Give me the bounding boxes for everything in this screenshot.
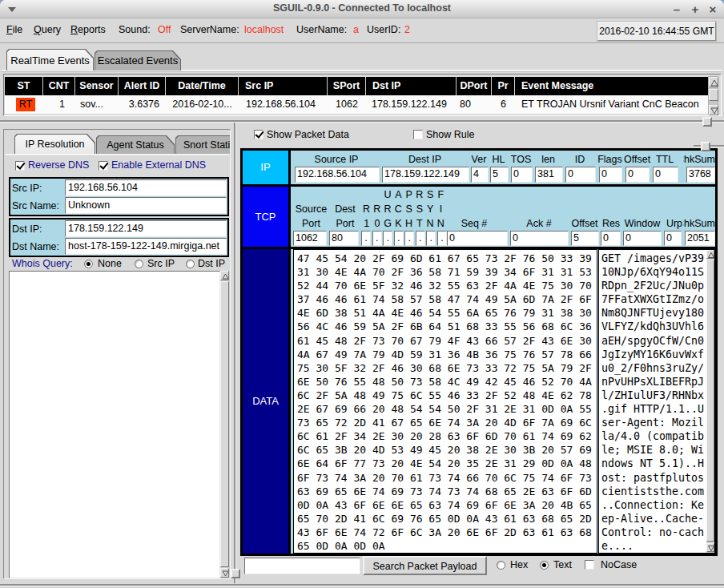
tcp-flag-value[interactable]: .	[383, 231, 392, 246]
whois-scroll-thumb[interactable]	[220, 281, 229, 567]
search-hex-label: Hex	[510, 559, 528, 570]
ip-id-value[interactable]: 0	[565, 167, 596, 183]
col-header-st[interactable]: ST	[5, 77, 43, 95]
tcp-flag-value[interactable]: .	[394, 231, 404, 246]
tab-escalated-events[interactable]: Escalated Events	[95, 50, 181, 70]
col-header-sport[interactable]: SPort	[328, 77, 366, 95]
scroll-down-icon[interactable]	[706, 543, 714, 552]
userid-value: 2	[404, 24, 410, 35]
tcp-flag-value[interactable]: .	[404, 231, 414, 246]
ascii-payload-text: GET /images/vP39 10NJp/6XqY94o11S RDpn_2…	[601, 252, 704, 553]
vertical-sash-grip[interactable]	[231, 569, 240, 578]
hex-dump-text: 47 45 54 20 2F 69 6D 61 67 65 73 2F 76 5…	[297, 252, 592, 553]
tab-realtime-events[interactable]: RealTime Events	[6, 49, 94, 70]
minimize-button[interactable]: –	[670, 0, 684, 18]
show-packet-data-checkbox[interactable]	[254, 130, 263, 139]
tcp-flag-value[interactable]: .	[437, 231, 447, 246]
menu-query[interactable]: Query	[34, 24, 61, 35]
nocase-checkbox[interactable]	[585, 560, 594, 570]
horizontal-sash-grip[interactable]	[702, 117, 712, 127]
tcp-ack-value[interactable]: 0	[510, 231, 569, 246]
col-header-dst-ip[interactable]: Dst IP	[366, 77, 457, 95]
event-message: ET TROJAN Ursnif Variant CnC Beacon	[515, 95, 708, 114]
packet-sash-grip[interactable]	[701, 142, 710, 151]
scroll-up-icon[interactable]	[709, 77, 718, 87]
event-row[interactable]: RT 1 sov... 3.6376 2016-02-10... 192.168…	[5, 95, 708, 114]
close-button[interactable]: ×	[706, 0, 720, 18]
col-header-sensor[interactable]: Sensor	[75, 77, 119, 95]
tab-snort-statistics[interactable]: Snort Stati	[175, 135, 231, 154]
ip-flags-value[interactable]: 0	[599, 167, 622, 183]
col-header-pr[interactable]: Pr	[492, 77, 515, 95]
ip-len-value[interactable]: 381	[535, 167, 563, 183]
dst-name-field[interactable]: host-178-159-122-149.mirgiga.net	[65, 238, 227, 255]
col-header-event-message[interactable]: Event Message	[515, 77, 708, 95]
col-header-datetime[interactable]: Date/Time	[166, 77, 239, 95]
ascii-scrollbar[interactable]	[706, 250, 714, 553]
col-header-alert-id[interactable]: Alert ID	[119, 77, 166, 95]
show-rule-checkbox[interactable]	[413, 130, 423, 139]
ip-ttl-value[interactable]: 0	[653, 167, 678, 183]
src-ip-label: Src IP:	[12, 179, 65, 197]
tcp-flag-value[interactable]: .	[361, 231, 371, 246]
payload-search-input[interactable]	[244, 558, 360, 574]
tcp-flag-letter	[372, 187, 382, 202]
tcp-flag-headers: UAPRSF RRRCSSYI 10GKHTNN	[361, 187, 446, 231]
menu-reports[interactable]: Reports	[70, 24, 106, 35]
scroll-up-icon[interactable]	[706, 250, 714, 259]
whois-dst-ip-radio[interactable]	[186, 260, 195, 268]
src-ip-field[interactable]: 192.168.56.104	[65, 179, 227, 196]
whois-output-textarea[interactable]	[9, 271, 220, 578]
tcp-urp-value[interactable]: 0	[664, 231, 682, 246]
tab-agent-status[interactable]: Agent Status	[96, 135, 175, 154]
events-scrollbar[interactable]	[708, 76, 718, 115]
tcp-offset-value[interactable]: 5	[571, 231, 599, 246]
src-name-field[interactable]: Unknown	[65, 197, 227, 214]
tcp-source-port-value[interactable]: 1062	[293, 231, 327, 246]
whois-scrollbar[interactable]	[220, 271, 231, 578]
ascii-payload-box[interactable]: GET /images/vP39 10NJp/6XqY94o11S RDpn_2…	[598, 249, 715, 554]
scroll-down-icon[interactable]	[709, 105, 718, 115]
events-scroll-thumb[interactable]	[709, 89, 718, 101]
tcp-flag-letter: A	[393, 187, 404, 202]
tcp-window-value[interactable]: 0	[623, 231, 662, 246]
whois-src-ip-radio[interactable]	[135, 260, 143, 268]
col-header-dport[interactable]: DPort	[457, 77, 492, 95]
whois-query-label: Whois Query:	[12, 258, 73, 269]
tcp-dest-port-value[interactable]: 80	[329, 231, 359, 246]
menu-file[interactable]: File	[6, 24, 22, 35]
col-header-src-ip[interactable]: Src IP	[239, 77, 328, 95]
ip-ver-value[interactable]: 4	[471, 167, 489, 183]
ip-offset-value[interactable]: 0	[625, 167, 650, 183]
search-packet-payload-button[interactable]: Search Packet Payload	[363, 556, 487, 575]
ip-source-ip-value[interactable]: 192.168.56.104	[295, 167, 380, 183]
reverse-dns-checkbox[interactable]	[15, 161, 25, 171]
search-hex-radio[interactable]	[497, 561, 505, 570]
tcp-flag-letter: K	[393, 216, 404, 231]
ip-chksum-value[interactable]: 3768	[686, 167, 715, 183]
ip-dest-ip-value[interactable]: 178.159.122.149	[382, 167, 469, 183]
tcp-flag-value[interactable]: .	[372, 231, 382, 246]
dst-ip-field[interactable]: 178.159.122.149	[65, 220, 227, 237]
scroll-down-icon[interactable]	[220, 568, 229, 578]
search-text-radio[interactable]	[540, 561, 549, 570]
event-dst-ip: 178.159.122.149	[366, 95, 457, 114]
ascii-scroll-thumb[interactable]	[706, 260, 714, 542]
tcp-chksum-value[interactable]: 2051	[685, 231, 715, 246]
whois-none-radio[interactable]	[84, 260, 93, 268]
hex-dump-box[interactable]: 47 45 54 20 2F 69 6D 61 67 65 73 2F 76 5…	[293, 249, 597, 554]
tcp-urp-header: Urp	[664, 216, 685, 231]
tcp-res-value[interactable]: 0	[601, 231, 621, 246]
ip-id-header: ID	[564, 152, 596, 167]
external-dns-checkbox[interactable]	[99, 161, 108, 171]
scroll-up-icon[interactable]	[220, 271, 229, 280]
tcp-seq-value[interactable]: 0	[447, 231, 508, 246]
maximize-button[interactable]: +	[688, 0, 702, 18]
vertical-sash[interactable]	[234, 123, 236, 583]
tab-ip-resolution[interactable]: IP Resolution	[14, 134, 95, 154]
ip-tos-value[interactable]: 0	[511, 167, 533, 183]
col-header-cnt[interactable]: CNT	[43, 77, 75, 95]
tcp-flag-value[interactable]: .	[426, 231, 436, 246]
ip-hl-value[interactable]: 5	[490, 167, 509, 183]
tcp-flag-value[interactable]: .	[416, 231, 425, 246]
